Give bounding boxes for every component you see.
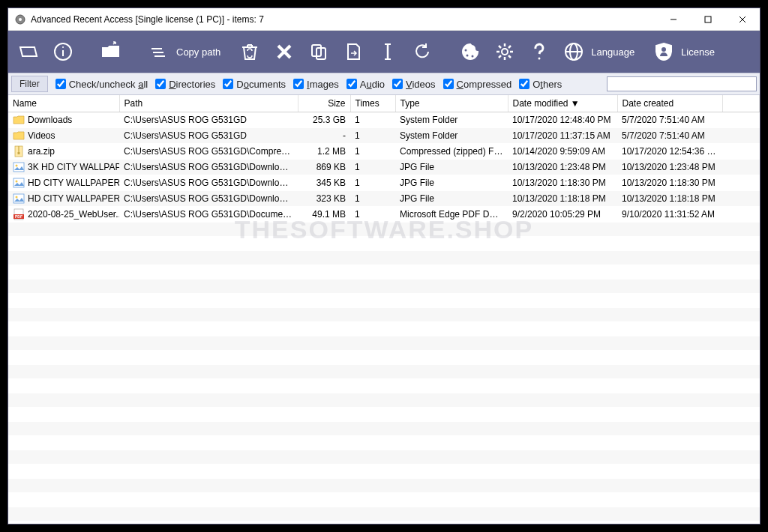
check-images[interactable]: Images [293, 79, 339, 90]
cell-pad [722, 112, 760, 128]
cell-size: 345 KB [298, 175, 350, 191]
col-created[interactable]: Date created [617, 95, 722, 112]
info-button[interactable] [47, 36, 79, 67]
copy-button[interactable] [303, 36, 334, 67]
cell-times: 1 [350, 128, 395, 144]
check-compressed-box[interactable] [443, 79, 454, 89]
col-size[interactable]: Size [298, 95, 350, 112]
empty-row [8, 493, 760, 507]
cell-size: 49.1 MB [298, 207, 350, 223]
table-row[interactable]: ara.zipC:\Users\ASUS ROG G531GD\Compress… [8, 144, 760, 160]
table-row[interactable]: HD CITY WALLPAPER ...C:\Users\ASUS ROG G… [8, 175, 760, 191]
col-name[interactable]: Name [8, 95, 119, 112]
check-all[interactable]: Check/uncheck all [56, 79, 148, 90]
col-path[interactable]: Path [119, 95, 298, 112]
svg-point-26 [502, 49, 508, 55]
cell-type: System Folder [395, 112, 508, 128]
svg-point-23 [465, 49, 467, 52]
refresh-button[interactable] [406, 36, 438, 67]
col-type[interactable]: Type [395, 95, 508, 112]
open-folder-button[interactable] [95, 36, 127, 67]
svg-rect-37 [14, 178, 24, 187]
check-others[interactable]: Others [519, 79, 562, 90]
view-button[interactable] [13, 36, 44, 67]
check-all-box[interactable] [56, 79, 66, 89]
check-documents[interactable]: Documents [223, 79, 286, 90]
cell-times: 1 [350, 191, 395, 207]
check-videos-box[interactable] [392, 79, 403, 89]
check-directories[interactable]: Directories [155, 79, 215, 90]
svg-point-8 [62, 46, 64, 48]
cell-type: Compressed (zipped) Fo... [395, 144, 508, 160]
empty-row [8, 422, 760, 436]
cell-times: 1 [350, 175, 395, 191]
empty-row [8, 507, 760, 522]
check-compressed[interactable]: Compressed [443, 79, 512, 90]
table-row[interactable]: 3K HD CITY WALLPAP...C:\Users\ASUS ROG G… [8, 160, 760, 175]
cell-path: C:\Users\ASUS ROG G531GD [119, 128, 298, 144]
move-button[interactable] [338, 36, 369, 67]
check-directories-box[interactable] [155, 79, 166, 89]
table-row[interactable]: PDF2020-08-25_WebUser...C:\Users\ASUS RO… [8, 207, 760, 223]
rename-button[interactable] [372, 36, 404, 67]
language-button[interactable]: Language [558, 36, 645, 67]
svg-text:PDF: PDF [15, 214, 22, 219]
cell-modified: 10/13/2020 1:18:18 PM [508, 191, 617, 207]
check-audio[interactable]: Audio [346, 79, 385, 90]
recycle-button[interactable] [234, 36, 266, 67]
cell-size: 1.2 MB [298, 144, 350, 160]
empty-row [8, 294, 760, 308]
empty-row [8, 279, 760, 294]
file-name: HD CITY WALLPAPER... [28, 193, 119, 204]
col-modified[interactable]: Date modified ▼ [508, 95, 617, 112]
empty-row [8, 393, 760, 408]
empty-row [8, 251, 760, 265]
search-input[interactable] [607, 76, 757, 91]
copy-path-button[interactable]: Copy path [143, 36, 231, 67]
cell-name: HD CITY WALLPAPER... [8, 191, 119, 207]
svg-point-24 [466, 55, 469, 57]
cell-pad [722, 207, 760, 223]
cell-pad [722, 175, 760, 191]
filter-bar: Filter Check/uncheck all Directories Doc… [8, 73, 760, 95]
maximize-button[interactable] [691, 8, 725, 31]
titlebar: Advanced Recent Access [Single license (… [8, 8, 760, 31]
empty-row [8, 450, 760, 465]
file-name: ara.zip [28, 146, 55, 157]
svg-point-38 [16, 181, 18, 183]
folder-icon [13, 130, 25, 142]
table-row[interactable]: DownloadsC:\Users\ASUS ROG G531GD25.3 GB… [8, 112, 760, 128]
file-name: 3K HD CITY WALLPAP... [28, 162, 119, 172]
cell-modified: 10/17/2020 11:37:15 AM [508, 128, 617, 144]
svg-point-40 [16, 196, 18, 199]
close-button[interactable] [725, 8, 760, 31]
cell-created: 10/13/2020 1:18:30 PM [617, 175, 722, 191]
empty-row [8, 365, 760, 379]
cell-type: JPG File [395, 191, 508, 207]
col-times[interactable]: Times [350, 95, 395, 112]
col-pad[interactable] [722, 95, 760, 112]
table-row[interactable]: HD CITY WALLPAPER...C:\Users\ASUS ROG G5… [8, 191, 760, 207]
cell-created: 10/13/2020 1:23:48 PM [617, 160, 722, 175]
check-images-box[interactable] [293, 79, 304, 89]
check-audio-box[interactable] [346, 79, 357, 89]
minimize-button[interactable] [656, 8, 691, 31]
filter-button[interactable]: Filter [11, 76, 48, 92]
cell-path: C:\Users\ASUS ROG G531GD\Downloads [119, 160, 298, 175]
empty-row [8, 237, 760, 251]
cell-name: Videos [8, 128, 119, 144]
theme-button[interactable] [454, 36, 486, 67]
table-row[interactable]: VideosC:\Users\ASUS ROG G531GD-1System F… [8, 128, 760, 144]
settings-button[interactable] [489, 36, 520, 67]
help-button[interactable] [524, 36, 555, 67]
cell-modified: 10/13/2020 1:23:48 PM [508, 160, 617, 175]
svg-point-27 [538, 58, 541, 60]
license-button[interactable]: License [648, 36, 725, 67]
delete-button[interactable] [268, 36, 300, 67]
empty-row [8, 223, 760, 237]
cell-created: 5/7/2020 7:51:40 AM [617, 128, 722, 144]
check-others-box[interactable] [519, 79, 530, 89]
cell-pad [722, 160, 760, 175]
check-videos[interactable]: Videos [392, 79, 436, 90]
check-documents-box[interactable] [223, 79, 233, 89]
